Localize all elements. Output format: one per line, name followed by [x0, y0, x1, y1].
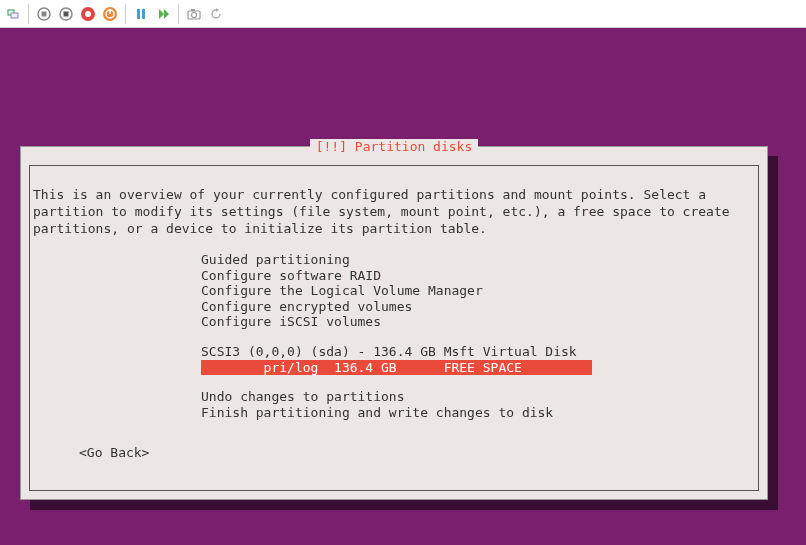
- svg-rect-12: [142, 9, 145, 19]
- svg-point-7: [85, 11, 91, 17]
- toolbar-separator: [28, 4, 29, 24]
- svg-marker-13: [159, 9, 164, 19]
- vm-toolbar: [0, 0, 806, 28]
- svg-marker-18: [216, 8, 219, 12]
- devices-icon[interactable]: [4, 5, 22, 23]
- dialog-title-wrap: [!!] Partition disks: [21, 139, 767, 154]
- stop-outline-icon[interactable]: [35, 5, 53, 23]
- svg-rect-17: [191, 9, 195, 11]
- partition-menu: Guided partitioning Configure software R…: [201, 252, 747, 420]
- svg-rect-5: [64, 11, 69, 16]
- menu-guided[interactable]: Guided partitioning: [201, 252, 747, 268]
- pause-icon[interactable]: [132, 5, 150, 23]
- menu-iscsi[interactable]: Configure iSCSI volumes: [201, 314, 747, 330]
- svg-point-16: [192, 12, 197, 17]
- menu-raid[interactable]: Configure software RAID: [201, 268, 747, 284]
- disk-header[interactable]: SCSI3 (0,0,0) (sda) - 136.4 GB Msft Virt…: [201, 344, 747, 360]
- toolbar-separator: [178, 4, 179, 24]
- svg-marker-14: [164, 9, 169, 19]
- power-icon[interactable]: [101, 5, 119, 23]
- menu-undo[interactable]: Undo changes to partitions: [201, 389, 747, 405]
- record-icon[interactable]: [79, 5, 97, 23]
- svg-rect-1: [11, 13, 18, 18]
- svg-rect-3: [42, 11, 47, 16]
- menu-lvm[interactable]: Configure the Logical Volume Manager: [201, 283, 747, 299]
- disk-free-space-row[interactable]: pri/log 136.4 GB FREE SPACE: [201, 360, 592, 376]
- camera-icon[interactable]: [185, 5, 203, 23]
- dialog-intro: This is an overview of your currently co…: [33, 187, 755, 238]
- partition-dialog: [!!] Partition disks This is an overview…: [20, 146, 768, 500]
- vm-viewport: [!!] Partition disks This is an overview…: [0, 28, 806, 545]
- svg-rect-11: [137, 9, 140, 19]
- menu-finish[interactable]: Finish partitioning and write changes to…: [201, 405, 747, 421]
- toolbar-separator: [125, 4, 126, 24]
- menu-encrypted[interactable]: Configure encrypted volumes: [201, 299, 747, 315]
- play-icon[interactable]: [154, 5, 172, 23]
- go-back-button[interactable]: <Go Back>: [79, 445, 149, 460]
- stop-icon[interactable]: [57, 5, 75, 23]
- refresh-icon[interactable]: [207, 5, 225, 23]
- dialog-title: [!!] Partition disks: [310, 139, 479, 154]
